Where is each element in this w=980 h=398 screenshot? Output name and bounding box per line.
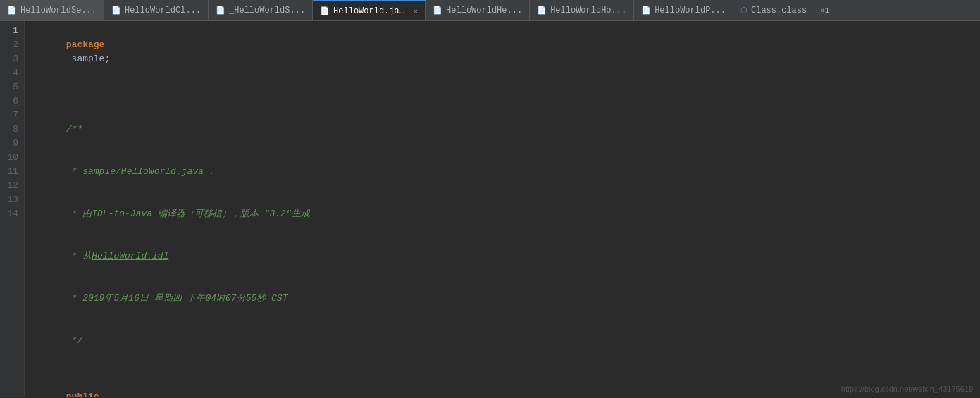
tab-label: Class.class	[751, 6, 807, 15]
code-line-9: */	[33, 320, 980, 362]
java-file-icon: 📄	[433, 6, 442, 15]
tab-label: HelloWorldSe...	[20, 6, 97, 15]
tab-helloworldcl[interactable]: 📄 HelloWorldCl...	[104, 0, 209, 20]
code-line-8: * 2019年5月16日 星期四 下午04时07分55秒 CST	[33, 278, 980, 320]
line-number-10: 10	[0, 151, 24, 165]
code-line-4: /**	[33, 108, 980, 151]
tab-classclass[interactable]: ⬡ Class.class	[733, 0, 814, 20]
code-line-10	[33, 362, 980, 376]
tab-helloworldho[interactable]: 📄 HelloWorldHo...	[530, 0, 634, 20]
tab-helloworldp[interactable]: 📄 HelloWorldP...	[634, 0, 733, 20]
line-numbers: 1 2 3 4 5 6 7 8 9 10 11 12 13 14	[0, 21, 25, 397]
tab-overflow-label: »1	[820, 6, 829, 15]
tab-label: HelloWorldHe...	[446, 6, 522, 15]
tab-helloworldhe[interactable]: 📄 HelloWorldHe...	[426, 0, 530, 20]
comment-6: * 由IDL-to-Java 编译器（可移植），版本 "3.2"生成	[66, 209, 310, 219]
keyword-package: package	[66, 39, 105, 50]
java-file-icon: 📄	[216, 6, 225, 15]
comment-5: * sample/HelloWorld.java .	[66, 166, 215, 177]
comment-open: /**	[66, 124, 82, 135]
line-number-6: 6	[0, 94, 24, 108]
code-area[interactable]: package sample; /** * sample/HelloWorld.…	[25, 21, 980, 397]
comment-7-link: HelloWorld.idl	[92, 251, 168, 261]
line-number-13: 13	[0, 193, 24, 207]
code-line-11: public interface HelloWorld extends Hell…	[33, 376, 980, 397]
editor-area: 1 2 3 4 5 6 7 8 9 10 11 12 13 14 package…	[0, 21, 980, 397]
comment-7-prefix: * 从	[66, 251, 92, 261]
tab-bar: 📄 HelloWorldSe... 📄 HelloWorldCl... 📄 _H…	[0, 0, 980, 21]
java-file-icon: 📄	[111, 6, 121, 15]
code-line-6: * 由IDL-to-Java 编译器（可移植），版本 "3.2"生成	[33, 193, 980, 235]
line-number-3: 3	[0, 52, 24, 66]
line-number-12: 12	[0, 179, 24, 193]
tab-label: _HelloWorldS...	[229, 6, 305, 15]
tab-label: HelloWorldHo...	[550, 6, 626, 15]
tab-label: HelloWorldP...	[655, 6, 726, 15]
java-file-icon: 📄	[537, 6, 547, 15]
package-name: sample;	[66, 54, 110, 64]
java-file-icon: 📄	[641, 6, 651, 15]
line-number-1: 1	[0, 24, 24, 38]
line-number-11: 11	[0, 165, 24, 179]
comment-close: */	[66, 335, 82, 346]
line-number-14: 14	[0, 207, 24, 221]
line-number-5: 5	[0, 80, 24, 94]
class-file-icon: ⬡	[740, 6, 748, 15]
tab-helloworldjava[interactable]: 📄 HelloWorld.java ✕	[313, 0, 426, 20]
code-line-2	[33, 80, 980, 94]
line-number-4: 4	[0, 66, 24, 80]
java-file-icon: 📄	[7, 6, 17, 15]
code-line-3	[33, 94, 980, 108]
java-file-icon: 📄	[320, 6, 330, 15]
comment-8: * 2019年5月16日 星期四 下午04时07分55秒 CST	[66, 293, 288, 304]
keyword-public: public	[66, 392, 99, 397]
tab-label: HelloWorld.java	[333, 6, 409, 16]
tab-helloworldse[interactable]: 📄 HelloWorldSe...	[0, 0, 104, 20]
code-line-1: package sample;	[33, 24, 980, 80]
line-number-7: 7	[0, 108, 24, 123]
tab-close-button[interactable]: ✕	[414, 7, 418, 15]
tab-overflow-button[interactable]: »1	[814, 0, 835, 20]
code-line-5: * sample/HelloWorld.java .	[33, 151, 980, 193]
tab-helloworldstub[interactable]: 📄 _HelloWorldS...	[209, 0, 313, 20]
code-line-7: * 从HelloWorld.idl	[33, 235, 980, 278]
tab-label: HelloWorldCl...	[125, 6, 201, 15]
line-number-2: 2	[0, 38, 24, 52]
line-number-9: 9	[0, 137, 24, 151]
line-number-8: 8	[0, 123, 24, 137]
